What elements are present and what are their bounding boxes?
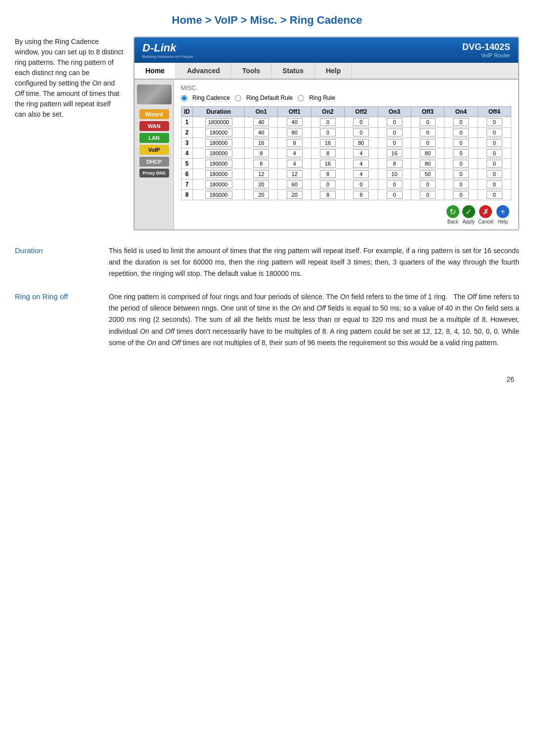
cell-on4[interactable] <box>445 138 478 148</box>
input-duration[interactable] <box>205 129 232 136</box>
cell-on1[interactable] <box>245 190 278 200</box>
cell-duration[interactable] <box>193 159 245 169</box>
cell-on2[interactable] <box>311 117 344 128</box>
sidebar-btn-wizard[interactable]: Wizard <box>139 109 169 119</box>
cell-on2[interactable] <box>311 148 344 159</box>
cell-on1[interactable] <box>245 159 278 169</box>
sidebar-btn-voip[interactable]: VoIP <box>139 145 169 155</box>
input-on2[interactable] <box>320 180 336 188</box>
cell-off1[interactable] <box>278 190 311 200</box>
input-on2[interactable] <box>320 139 336 147</box>
sidebar-btn-wan[interactable]: WAN <box>139 121 169 131</box>
cell-off1[interactable] <box>278 179 311 190</box>
btn-back[interactable]: ↻ Back <box>446 205 459 224</box>
cell-off4[interactable] <box>478 179 511 190</box>
cell-off3[interactable] <box>411 179 444 190</box>
cell-off1[interactable] <box>278 148 311 159</box>
input-on3[interactable] <box>387 170 402 178</box>
input-on3[interactable] <box>387 139 402 147</box>
input-on4[interactable] <box>453 180 469 188</box>
input-off3[interactable] <box>420 139 436 147</box>
input-on1[interactable] <box>253 129 269 136</box>
input-off4[interactable] <box>487 118 502 126</box>
input-off4[interactable] <box>487 180 502 188</box>
sidebar-btn-proxydns[interactable]: Proxy DNS <box>139 169 169 178</box>
input-off1[interactable] <box>287 139 303 147</box>
cell-on4[interactable] <box>445 128 478 138</box>
cell-on2[interactable] <box>311 179 344 190</box>
cell-off1[interactable] <box>278 128 311 138</box>
input-off3[interactable] <box>420 149 436 157</box>
cell-off2[interactable] <box>345 148 378 159</box>
input-off4[interactable] <box>487 129 502 136</box>
cell-off2[interactable] <box>345 138 378 148</box>
cell-off2[interactable] <box>345 169 378 179</box>
cell-off3[interactable] <box>411 138 444 148</box>
cell-off4[interactable] <box>478 138 511 148</box>
input-duration[interactable] <box>205 180 232 188</box>
input-off2[interactable] <box>353 170 369 178</box>
cell-off3[interactable] <box>411 169 444 179</box>
input-off4[interactable] <box>487 191 502 199</box>
btn-apply[interactable]: ✓ Apply <box>462 205 475 224</box>
cell-on4[interactable] <box>445 169 478 179</box>
cell-on2[interactable] <box>311 138 344 148</box>
cell-on1[interactable] <box>245 128 278 138</box>
input-off2[interactable] <box>353 191 369 199</box>
cell-off3[interactable] <box>411 128 444 138</box>
input-off1[interactable] <box>287 118 303 126</box>
input-off3[interactable] <box>420 118 436 126</box>
input-on2[interactable] <box>320 170 336 178</box>
cell-off4[interactable] <box>478 190 511 200</box>
nav-advanced[interactable]: Advanced <box>176 63 231 79</box>
cell-on4[interactable] <box>445 148 478 159</box>
input-off3[interactable] <box>420 129 436 136</box>
cell-off3[interactable] <box>411 117 444 128</box>
radio-ring-cadence[interactable] <box>181 95 187 101</box>
cell-on3[interactable] <box>378 169 411 179</box>
input-off3[interactable] <box>420 180 436 188</box>
input-off4[interactable] <box>487 149 502 157</box>
nav-tools[interactable]: Tools <box>231 63 271 79</box>
input-on1[interactable] <box>253 149 269 157</box>
input-off2[interactable] <box>353 160 369 168</box>
cell-off1[interactable] <box>278 169 311 179</box>
cell-off3[interactable] <box>411 190 444 200</box>
input-on2[interactable] <box>320 118 336 126</box>
cell-on3[interactable] <box>378 138 411 148</box>
cell-off2[interactable] <box>345 179 378 190</box>
cell-duration[interactable] <box>193 179 245 190</box>
cell-on1[interactable] <box>245 138 278 148</box>
nav-help[interactable]: Help <box>315 63 352 79</box>
input-duration[interactable] <box>205 160 232 168</box>
input-off2[interactable] <box>353 180 369 188</box>
input-on1[interactable] <box>253 170 269 178</box>
input-on2[interactable] <box>320 191 336 199</box>
cell-on3[interactable] <box>378 190 411 200</box>
cell-off4[interactable] <box>478 117 511 128</box>
input-on4[interactable] <box>453 160 469 168</box>
cell-off2[interactable] <box>345 159 378 169</box>
cell-on2[interactable] <box>311 169 344 179</box>
cell-off4[interactable] <box>478 169 511 179</box>
cell-off1[interactable] <box>278 117 311 128</box>
input-on1[interactable] <box>253 191 269 199</box>
input-on2[interactable] <box>320 160 336 168</box>
input-off3[interactable] <box>420 160 436 168</box>
cell-on2[interactable] <box>311 128 344 138</box>
nav-status[interactable]: Status <box>271 63 315 79</box>
radio-ring-default[interactable] <box>235 95 241 101</box>
cell-off3[interactable] <box>411 148 444 159</box>
cell-off1[interactable] <box>278 138 311 148</box>
cell-duration[interactable] <box>193 169 245 179</box>
input-on1[interactable] <box>253 160 269 168</box>
cell-off4[interactable] <box>478 128 511 138</box>
cell-on2[interactable] <box>311 159 344 169</box>
cell-duration[interactable] <box>193 117 245 128</box>
input-off4[interactable] <box>487 160 502 168</box>
cell-on4[interactable] <box>445 117 478 128</box>
input-on2[interactable] <box>320 129 336 136</box>
input-on3[interactable] <box>387 118 402 126</box>
input-on4[interactable] <box>453 129 469 136</box>
cell-off2[interactable] <box>345 190 378 200</box>
